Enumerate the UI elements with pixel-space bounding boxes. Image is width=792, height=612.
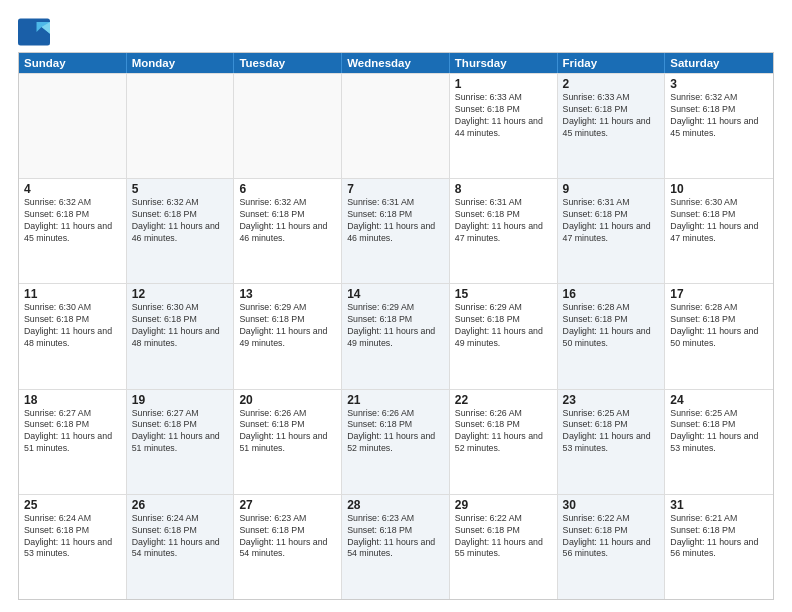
calendar-week-1: 1Sunrise: 6:33 AM Sunset: 6:18 PM Daylig… — [19, 73, 773, 178]
cal-cell: 6Sunrise: 6:32 AM Sunset: 6:18 PM Daylig… — [234, 179, 342, 283]
day-number: 23 — [563, 393, 660, 407]
day-number: 21 — [347, 393, 444, 407]
day-number: 13 — [239, 287, 336, 301]
cell-info: Sunrise: 6:25 AM Sunset: 6:18 PM Dayligh… — [670, 408, 768, 456]
cell-info: Sunrise: 6:28 AM Sunset: 6:18 PM Dayligh… — [563, 302, 660, 350]
cal-cell: 14Sunrise: 6:29 AM Sunset: 6:18 PM Dayli… — [342, 284, 450, 388]
cal-cell: 23Sunrise: 6:25 AM Sunset: 6:18 PM Dayli… — [558, 390, 666, 494]
calendar-week-4: 18Sunrise: 6:27 AM Sunset: 6:18 PM Dayli… — [19, 389, 773, 494]
page: SundayMondayTuesdayWednesdayThursdayFrid… — [0, 0, 792, 612]
day-number: 7 — [347, 182, 444, 196]
cell-info: Sunrise: 6:29 AM Sunset: 6:18 PM Dayligh… — [239, 302, 336, 350]
day-number: 26 — [132, 498, 229, 512]
cal-header-thursday: Thursday — [450, 53, 558, 73]
day-number: 2 — [563, 77, 660, 91]
cell-info: Sunrise: 6:27 AM Sunset: 6:18 PM Dayligh… — [24, 408, 121, 456]
cell-info: Sunrise: 6:31 AM Sunset: 6:18 PM Dayligh… — [347, 197, 444, 245]
day-number: 19 — [132, 393, 229, 407]
day-number: 6 — [239, 182, 336, 196]
calendar: SundayMondayTuesdayWednesdayThursdayFrid… — [18, 52, 774, 600]
cell-info: Sunrise: 6:24 AM Sunset: 6:18 PM Dayligh… — [132, 513, 229, 561]
day-number: 25 — [24, 498, 121, 512]
day-number: 1 — [455, 77, 552, 91]
cal-cell: 9Sunrise: 6:31 AM Sunset: 6:18 PM Daylig… — [558, 179, 666, 283]
cal-cell: 28Sunrise: 6:23 AM Sunset: 6:18 PM Dayli… — [342, 495, 450, 599]
cal-cell: 4Sunrise: 6:32 AM Sunset: 6:18 PM Daylig… — [19, 179, 127, 283]
calendar-week-2: 4Sunrise: 6:32 AM Sunset: 6:18 PM Daylig… — [19, 178, 773, 283]
cal-cell: 20Sunrise: 6:26 AM Sunset: 6:18 PM Dayli… — [234, 390, 342, 494]
cal-header-wednesday: Wednesday — [342, 53, 450, 73]
calendar-week-5: 25Sunrise: 6:24 AM Sunset: 6:18 PM Dayli… — [19, 494, 773, 599]
cell-info: Sunrise: 6:29 AM Sunset: 6:18 PM Dayligh… — [455, 302, 552, 350]
cell-info: Sunrise: 6:33 AM Sunset: 6:18 PM Dayligh… — [455, 92, 552, 140]
cal-cell: 30Sunrise: 6:22 AM Sunset: 6:18 PM Dayli… — [558, 495, 666, 599]
calendar-header-row: SundayMondayTuesdayWednesdayThursdayFrid… — [19, 53, 773, 73]
day-number: 8 — [455, 182, 552, 196]
cal-header-sunday: Sunday — [19, 53, 127, 73]
cell-info: Sunrise: 6:28 AM Sunset: 6:18 PM Dayligh… — [670, 302, 768, 350]
cell-info: Sunrise: 6:23 AM Sunset: 6:18 PM Dayligh… — [347, 513, 444, 561]
header — [18, 18, 774, 46]
cal-cell: 31Sunrise: 6:21 AM Sunset: 6:18 PM Dayli… — [665, 495, 773, 599]
cal-cell: 8Sunrise: 6:31 AM Sunset: 6:18 PM Daylig… — [450, 179, 558, 283]
cal-cell: 27Sunrise: 6:23 AM Sunset: 6:18 PM Dayli… — [234, 495, 342, 599]
cal-cell: 29Sunrise: 6:22 AM Sunset: 6:18 PM Dayli… — [450, 495, 558, 599]
cell-info: Sunrise: 6:22 AM Sunset: 6:18 PM Dayligh… — [455, 513, 552, 561]
cell-info: Sunrise: 6:30 AM Sunset: 6:18 PM Dayligh… — [670, 197, 768, 245]
cell-info: Sunrise: 6:21 AM Sunset: 6:18 PM Dayligh… — [670, 513, 768, 561]
cal-cell: 1Sunrise: 6:33 AM Sunset: 6:18 PM Daylig… — [450, 74, 558, 178]
day-number: 3 — [670, 77, 768, 91]
day-number: 20 — [239, 393, 336, 407]
cal-cell — [19, 74, 127, 178]
day-number: 22 — [455, 393, 552, 407]
cal-cell — [234, 74, 342, 178]
cell-info: Sunrise: 6:32 AM Sunset: 6:18 PM Dayligh… — [132, 197, 229, 245]
cal-cell — [127, 74, 235, 178]
cal-cell: 25Sunrise: 6:24 AM Sunset: 6:18 PM Dayli… — [19, 495, 127, 599]
cal-header-saturday: Saturday — [665, 53, 773, 73]
day-number: 15 — [455, 287, 552, 301]
cell-info: Sunrise: 6:23 AM Sunset: 6:18 PM Dayligh… — [239, 513, 336, 561]
day-number: 18 — [24, 393, 121, 407]
cell-info: Sunrise: 6:26 AM Sunset: 6:18 PM Dayligh… — [455, 408, 552, 456]
day-number: 10 — [670, 182, 768, 196]
day-number: 9 — [563, 182, 660, 196]
cal-cell: 18Sunrise: 6:27 AM Sunset: 6:18 PM Dayli… — [19, 390, 127, 494]
cell-info: Sunrise: 6:31 AM Sunset: 6:18 PM Dayligh… — [455, 197, 552, 245]
cell-info: Sunrise: 6:26 AM Sunset: 6:18 PM Dayligh… — [239, 408, 336, 456]
day-number: 14 — [347, 287, 444, 301]
cal-cell: 22Sunrise: 6:26 AM Sunset: 6:18 PM Dayli… — [450, 390, 558, 494]
cell-info: Sunrise: 6:22 AM Sunset: 6:18 PM Dayligh… — [563, 513, 660, 561]
cal-cell: 11Sunrise: 6:30 AM Sunset: 6:18 PM Dayli… — [19, 284, 127, 388]
cal-cell: 12Sunrise: 6:30 AM Sunset: 6:18 PM Dayli… — [127, 284, 235, 388]
cell-info: Sunrise: 6:29 AM Sunset: 6:18 PM Dayligh… — [347, 302, 444, 350]
cell-info: Sunrise: 6:33 AM Sunset: 6:18 PM Dayligh… — [563, 92, 660, 140]
cell-info: Sunrise: 6:30 AM Sunset: 6:18 PM Dayligh… — [132, 302, 229, 350]
day-number: 30 — [563, 498, 660, 512]
cell-info: Sunrise: 6:32 AM Sunset: 6:18 PM Dayligh… — [239, 197, 336, 245]
cal-cell: 16Sunrise: 6:28 AM Sunset: 6:18 PM Dayli… — [558, 284, 666, 388]
calendar-week-3: 11Sunrise: 6:30 AM Sunset: 6:18 PM Dayli… — [19, 283, 773, 388]
day-number: 11 — [24, 287, 121, 301]
cell-info: Sunrise: 6:32 AM Sunset: 6:18 PM Dayligh… — [24, 197, 121, 245]
cell-info: Sunrise: 6:32 AM Sunset: 6:18 PM Dayligh… — [670, 92, 768, 140]
cal-cell: 2Sunrise: 6:33 AM Sunset: 6:18 PM Daylig… — [558, 74, 666, 178]
cal-cell: 15Sunrise: 6:29 AM Sunset: 6:18 PM Dayli… — [450, 284, 558, 388]
day-number: 17 — [670, 287, 768, 301]
day-number: 28 — [347, 498, 444, 512]
cal-cell: 10Sunrise: 6:30 AM Sunset: 6:18 PM Dayli… — [665, 179, 773, 283]
day-number: 24 — [670, 393, 768, 407]
cal-header-tuesday: Tuesday — [234, 53, 342, 73]
day-number: 27 — [239, 498, 336, 512]
cell-info: Sunrise: 6:31 AM Sunset: 6:18 PM Dayligh… — [563, 197, 660, 245]
cal-header-monday: Monday — [127, 53, 235, 73]
logo — [18, 18, 54, 46]
cal-cell: 24Sunrise: 6:25 AM Sunset: 6:18 PM Dayli… — [665, 390, 773, 494]
cal-header-friday: Friday — [558, 53, 666, 73]
cell-info: Sunrise: 6:30 AM Sunset: 6:18 PM Dayligh… — [24, 302, 121, 350]
calendar-body: 1Sunrise: 6:33 AM Sunset: 6:18 PM Daylig… — [19, 73, 773, 599]
cell-info: Sunrise: 6:24 AM Sunset: 6:18 PM Dayligh… — [24, 513, 121, 561]
cal-cell: 5Sunrise: 6:32 AM Sunset: 6:18 PM Daylig… — [127, 179, 235, 283]
day-number: 5 — [132, 182, 229, 196]
cell-info: Sunrise: 6:26 AM Sunset: 6:18 PM Dayligh… — [347, 408, 444, 456]
